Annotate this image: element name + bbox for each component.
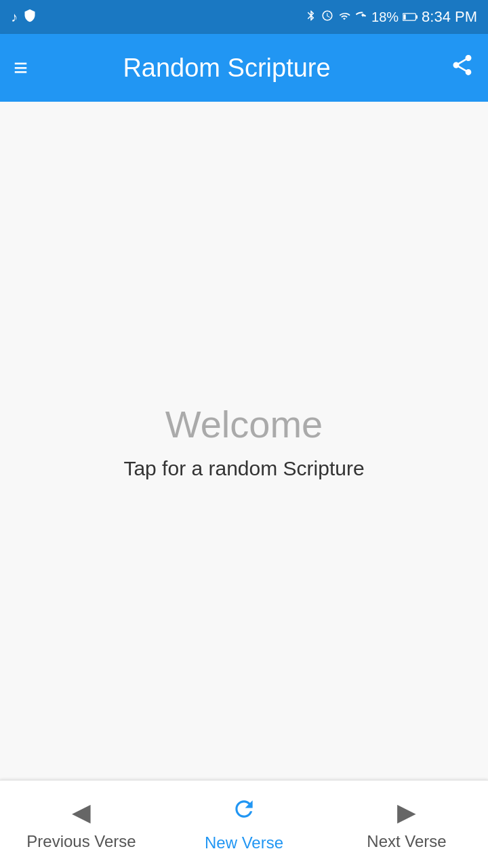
previous-verse-button[interactable]: ◀ Previous Verse [0, 781, 163, 868]
subtitle-text: Tap for a random Scripture [123, 457, 364, 480]
bluetooth-icon [305, 9, 317, 26]
app-title: Random Scripture [44, 54, 409, 83]
svg-rect-1 [416, 15, 418, 18]
shield-icon [23, 9, 37, 26]
welcome-heading: Welcome [165, 402, 323, 446]
signal-icon [355, 9, 367, 25]
bottom-navigation-bar: ◀ Previous Verse New Verse ▶ Next Verse [0, 780, 488, 868]
svg-rect-2 [403, 14, 405, 20]
status-time: 8:34 PM [422, 8, 477, 26]
share-icon[interactable] [450, 53, 474, 83]
next-icon: ▶ [397, 798, 416, 827]
next-verse-label: Next Verse [367, 832, 446, 851]
status-bar-right: 18% 8:34 PM [305, 8, 477, 26]
previous-icon: ◀ [72, 798, 91, 827]
music-icon: ♪ [11, 9, 18, 25]
status-bar: ♪ 18% 8:34 PM [0, 0, 488, 34]
new-verse-button[interactable]: New Verse [163, 781, 325, 868]
app-bar: ≡ Random Scripture [0, 34, 488, 102]
previous-verse-label: Previous Verse [26, 832, 136, 851]
main-content[interactable]: Welcome Tap for a random Scripture [0, 102, 488, 780]
battery-percentage: 18% [371, 9, 399, 25]
battery-icon [403, 9, 418, 25]
refresh-icon [231, 796, 257, 828]
wifi-icon [338, 9, 351, 25]
new-verse-label: New Verse [205, 833, 283, 852]
clock-icon [321, 9, 333, 25]
menu-icon[interactable]: ≡ [14, 56, 28, 80]
status-bar-left: ♪ [11, 9, 37, 26]
next-verse-button[interactable]: ▶ Next Verse [325, 781, 488, 868]
